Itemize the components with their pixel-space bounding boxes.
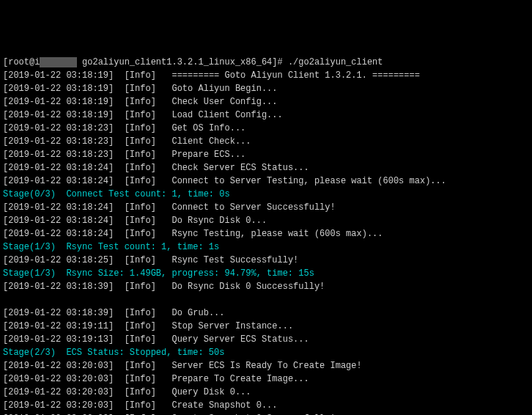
log-timestamp: [2019-01-22 03:19:13] xyxy=(3,334,114,345)
log-line: [2019-01-22 03:18:24] [Info] Connect to … xyxy=(3,175,529,188)
log-line: [2019-01-22 03:18:25] [Info] Rsync Test … xyxy=(3,254,529,267)
stage-message: Rsync Size: 1.49GB, progress: 94.79%, ti… xyxy=(66,268,314,279)
log-level: [Info] xyxy=(125,110,156,120)
log-message: Get OS Info... xyxy=(171,123,245,133)
log-timestamp: [2019-01-22 03:18:19] xyxy=(3,97,114,107)
log-message: ========= Goto Aliyun Client 1.3.2.1. ==… xyxy=(171,70,419,81)
log-level: [Info] xyxy=(125,321,156,331)
log-timestamp: [2019-01-22 03:18:23] xyxy=(3,123,114,133)
log-level: [Info] xyxy=(125,400,156,411)
log-message: Create Snapshot 0... xyxy=(171,400,277,411)
log-line: [2019-01-22 03:18:23] [Info] Client Chec… xyxy=(3,135,529,148)
log-message: Do Rsync Disk 0 Successfully! xyxy=(171,282,325,292)
log-level: [Info] xyxy=(125,334,156,345)
log-timestamp: [2019-01-22 03:20:03] xyxy=(3,361,114,371)
log-line: [2019-01-22 03:20:03] [Info] Server ECS … xyxy=(3,359,529,372)
log-message: Stop Server Instance... xyxy=(171,321,293,331)
log-line: [2019-01-22 03:18:24] [Info] Do Rsync Di… xyxy=(3,214,529,227)
log-line: [2019-01-22 03:18:19] [Info] ========= G… xyxy=(3,69,529,82)
stage-message: ECS Status: Stopped, time: 50s xyxy=(66,348,224,358)
log-timestamp: [2019-01-22 03:18:19] xyxy=(3,84,114,94)
log-level: [Info] xyxy=(125,374,156,384)
log-timestamp: [2019-01-22 03:18:24] xyxy=(3,202,114,213)
log-message: Connect to Server Testing, please wait (… xyxy=(171,176,446,186)
log-line: [2019-01-22 03:18:19] [Info] Goto Aliyun… xyxy=(3,82,529,95)
log-message: Prepare To Create Image... xyxy=(171,374,309,384)
log-level: [Info] xyxy=(125,255,156,265)
log-timestamp: [2019-01-22 03:20:03] xyxy=(3,400,114,411)
log-line: [2019-01-22 03:19:11] [Info] Stop Server… xyxy=(3,320,529,333)
log-message: Rsync Testing, please wait (600s max)... xyxy=(171,229,383,239)
log-line: Stage(0/3) Connect Test count: 1, time: … xyxy=(3,188,529,201)
stage-message: Connect Test count: 1, time: 0s xyxy=(66,189,229,199)
log-level: [Info] xyxy=(125,123,156,133)
log-level: [Info] xyxy=(125,361,156,371)
log-line xyxy=(3,293,529,306)
log-line: [2019-01-22 03:20:09] [Info] Create Snap… xyxy=(3,412,529,415)
log-line: [2019-01-22 03:18:23] [Info] Get OS Info… xyxy=(3,122,529,135)
stage-label: Stage(1/3) xyxy=(3,268,56,279)
log-level: [Info] xyxy=(125,229,156,239)
log-line: Stage(1/3) Rsync Size: 1.49GB, progress:… xyxy=(3,267,529,280)
log-line: [2019-01-22 03:19:13] [Info] Query Serve… xyxy=(3,333,529,346)
log-timestamp: [2019-01-22 03:18:19] xyxy=(3,70,114,81)
log-message: Load Client Config... xyxy=(171,110,282,120)
log-timestamp: [2019-01-22 03:18:24] xyxy=(3,216,114,226)
log-line: Stage(1/3) Rsync Test count: 1, time: 1s xyxy=(3,240,529,254)
log-message: Rsync Test Successfully! xyxy=(171,255,298,265)
log-line: [2019-01-22 03:20:03] [Info] Prepare To … xyxy=(3,372,529,386)
shell-prompt[interactable]: [root@i go2aliyun_client1.3.2.1_linux_x8… xyxy=(3,56,529,69)
log-line: [2019-01-22 03:18:24] [Info] Check Serve… xyxy=(3,161,529,175)
log-timestamp: [2019-01-22 03:18:25] xyxy=(3,255,114,265)
log-timestamp: [2019-01-22 03:18:23] xyxy=(3,136,114,147)
log-timestamp: [2019-01-22 03:20:03] xyxy=(3,387,114,397)
log-level: [Info] xyxy=(125,163,156,173)
log-message: Prepare ECS... xyxy=(171,150,245,160)
log-timestamp: [2019-01-22 03:18:39] xyxy=(3,308,114,318)
log-level: [Info] xyxy=(125,216,156,226)
stage-label: Stage(1/3) xyxy=(3,242,56,252)
log-line: [2019-01-22 03:20:03] [Info] Create Snap… xyxy=(3,399,529,412)
log-timestamp: [2019-01-22 03:18:24] xyxy=(3,229,114,239)
log-line: [2019-01-22 03:18:24] [Info] Connect to … xyxy=(3,201,529,214)
log-line: [2019-01-22 03:18:19] [Info] Check User … xyxy=(3,95,529,109)
log-level: [Info] xyxy=(125,308,156,318)
log-message: Client Check... xyxy=(171,136,251,147)
log-line: [2019-01-22 03:18:39] [Info] Do Rsync Di… xyxy=(3,280,529,293)
log-level: [Info] xyxy=(125,70,156,81)
log-level: [Info] xyxy=(125,150,156,160)
log-level: [Info] xyxy=(125,176,156,186)
log-timestamp: [2019-01-22 03:18:19] xyxy=(3,110,114,120)
log-level: [Info] xyxy=(125,387,156,397)
terminal-output: [root@i go2aliyun_client1.3.2.1_linux_x8… xyxy=(3,56,529,415)
log-timestamp: [2019-01-22 03:18:24] xyxy=(3,163,114,173)
log-level: [Info] xyxy=(125,202,156,213)
log-timestamp: [2019-01-22 03:20:03] xyxy=(3,374,114,384)
log-level: [Info] xyxy=(125,97,156,107)
log-message: Check Server ECS Status... xyxy=(171,163,309,173)
stage-label: Stage(0/3) xyxy=(3,189,56,199)
log-message: Query Server ECS Status... xyxy=(171,334,309,345)
stage-label: Stage(2/3) xyxy=(3,348,56,358)
log-message: Connect to Server Successfully! xyxy=(171,202,335,213)
log-timestamp: [2019-01-22 03:18:24] xyxy=(3,176,114,186)
log-level: [Info] xyxy=(125,136,156,147)
log-line: [2019-01-22 03:18:24] [Info] Rsync Testi… xyxy=(3,227,529,240)
log-message: Do Rsync Disk 0... xyxy=(171,216,267,226)
log-message: Goto Aliyun Begin... xyxy=(171,84,277,94)
log-line: [2019-01-22 03:18:23] [Info] Prepare ECS… xyxy=(3,148,529,161)
log-message: Do Grub... xyxy=(171,308,224,318)
log-line: [2019-01-22 03:18:39] [Info] Do Grub... xyxy=(3,306,529,320)
log-line: [2019-01-22 03:20:03] [Info] Query Disk … xyxy=(3,386,529,399)
log-message: Server ECS Is Ready To Create Image! xyxy=(171,361,361,371)
log-message: Check User Config... xyxy=(171,97,277,107)
log-line: Stage(2/3) ECS Status: Stopped, time: 50… xyxy=(3,346,529,359)
log-timestamp: [2019-01-22 03:18:23] xyxy=(3,150,114,160)
log-level: [Info] xyxy=(125,282,156,292)
log-message: Query Disk 0... xyxy=(171,387,251,397)
log-line: [2019-01-22 03:18:19] [Info] Load Client… xyxy=(3,109,529,122)
log-timestamp: [2019-01-22 03:18:39] xyxy=(3,282,114,292)
log-level: [Info] xyxy=(125,84,156,94)
stage-message: Rsync Test count: 1, time: 1s xyxy=(66,242,219,252)
log-timestamp: [2019-01-22 03:19:11] xyxy=(3,321,114,331)
